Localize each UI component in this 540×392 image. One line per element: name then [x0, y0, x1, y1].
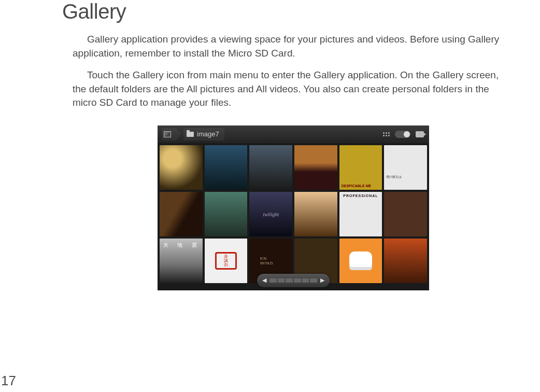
- section-title: Gallery: [62, 0, 524, 23]
- thumbnail[interactable]: [205, 239, 248, 283]
- thumbnail[interactable]: [339, 239, 382, 283]
- pager-prev[interactable]: ◀: [262, 277, 266, 284]
- thumbnail[interactable]: [160, 145, 203, 190]
- breadcrumb-label: image7: [197, 130, 219, 138]
- thumbnail[interactable]: [205, 192, 248, 236]
- folder-icon: [187, 132, 194, 137]
- thumbnail[interactable]: [160, 239, 203, 283]
- thumbnail[interactable]: [294, 145, 337, 190]
- thumbnail[interactable]: [339, 145, 382, 190]
- thumbnail[interactable]: [384, 145, 427, 190]
- grid-view-icon[interactable]: [383, 132, 390, 136]
- thumbnail[interactable]: [294, 192, 337, 236]
- view-toggle[interactable]: [395, 131, 410, 138]
- thumbnail[interactable]: [249, 192, 292, 236]
- thumbnail[interactable]: [205, 145, 248, 190]
- intro-paragraph-1: Gallery application provides a viewing s…: [62, 33, 524, 60]
- thumbnail[interactable]: [160, 192, 203, 236]
- thumbnail[interactable]: [249, 145, 292, 190]
- pager-next[interactable]: ▶: [320, 277, 324, 284]
- breadcrumb-folder[interactable]: image7: [183, 128, 224, 141]
- pager-segments: [269, 278, 317, 283]
- picture-icon: [164, 131, 171, 137]
- thumbnail[interactable]: [339, 192, 382, 236]
- thumbnail[interactable]: [384, 239, 427, 283]
- camera-icon[interactable]: [416, 131, 424, 137]
- gallery-topbar: image7: [158, 125, 429, 143]
- pager: ◀ ▶: [257, 274, 330, 287]
- gallery-screenshot: image7: [158, 125, 429, 290]
- intro-paragraph-2: Touch the Gallery icon from main menu to…: [62, 68, 524, 110]
- thumbnail[interactable]: [384, 192, 427, 236]
- thumbnail-grid: [158, 143, 429, 290]
- breadcrumb-root[interactable]: [162, 128, 176, 141]
- page-number: 17: [1, 373, 16, 389]
